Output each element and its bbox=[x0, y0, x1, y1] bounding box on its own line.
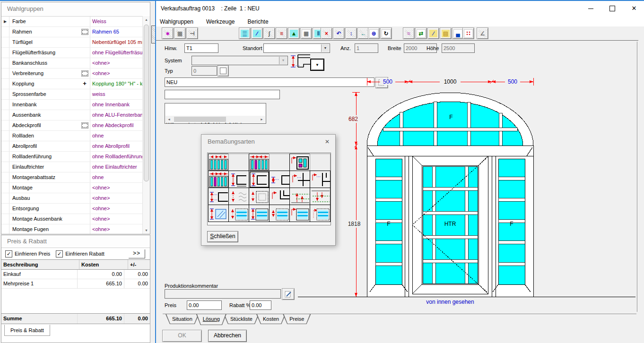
table-row[interactable]: Montage Aussenbank<ohne> bbox=[1, 214, 143, 224]
vertical-scrollbar[interactable]: ▲ ▼ bbox=[142, 16, 150, 234]
freehand-sketch-button[interactable]: ∠ bbox=[477, 27, 488, 39]
tab-stckliste[interactable]: Stückliste bbox=[224, 314, 259, 324]
plus-icon[interactable]: + bbox=[79, 79, 90, 89]
scroll-down-icon[interactable]: ▼ bbox=[143, 227, 150, 234]
tab-situation[interactable]: Situation bbox=[165, 314, 199, 324]
scroll-up-icon[interactable]: ▲ bbox=[143, 16, 150, 23]
table-row[interactable]: Mehrpreise 1665.100.00 bbox=[1, 279, 150, 289]
dimension-type-glz-arr[interactable] bbox=[249, 154, 270, 171]
table-row[interactable]: Aussenbankohne ALU-Fensterban... bbox=[1, 110, 143, 120]
dimension-type-up-green[interactable] bbox=[289, 188, 310, 205]
tab-lsung[interactable]: Lösung bbox=[196, 314, 226, 325]
dimension-type-glz-dash[interactable] bbox=[208, 154, 229, 171]
preis-input[interactable]: 0.00 bbox=[187, 300, 222, 310]
grid-layout-button[interactable]: ▦ bbox=[174, 27, 186, 39]
tab-preis-rabatt[interactable]: Preis & Rabatt bbox=[4, 325, 50, 336]
table-row[interactable]: Entsorgung<ohne> bbox=[1, 204, 143, 214]
table-row[interactable]: RahmenRahmen 65 bbox=[1, 27, 143, 37]
detail-icon[interactable] bbox=[81, 29, 88, 35]
detail-icon[interactable] bbox=[81, 70, 88, 77]
standort-select[interactable]: Haupteingangstür ▼ bbox=[263, 43, 330, 53]
rabatt-input[interactable]: 0.00 bbox=[250, 300, 271, 310]
schliessen-button[interactable]: Schließen bbox=[207, 231, 238, 242]
mass-check-button[interactable]: ∷ bbox=[462, 27, 474, 39]
table-row[interactable]: TürflügelNebentürflügel 105 mm bbox=[1, 37, 143, 48]
drawing-canvas[interactable]: F F HTR F 500 1000 500 bbox=[293, 66, 644, 312]
field-grid-button[interactable]: ▦ bbox=[300, 27, 312, 39]
table-row[interactable]: Rollladenohne bbox=[1, 131, 143, 141]
dimension-type-varr-prof-sel[interactable] bbox=[249, 171, 270, 188]
empty-cell[interactable] bbox=[310, 154, 331, 171]
freeze-discount-checkbox[interactable]: ✓ bbox=[56, 250, 63, 257]
close-button[interactable]: ✕ bbox=[623, 1, 644, 16]
table-row[interactable]: Montagerabattsatzohne bbox=[1, 172, 143, 183]
export-folder-button[interactable]: ▤ bbox=[440, 27, 452, 39]
dimension-type-varr-c[interactable] bbox=[208, 188, 229, 205]
table-row[interactable]: Montage<ohne> bbox=[1, 183, 143, 193]
comment-input[interactable] bbox=[165, 90, 280, 99]
scrollbar-thumb[interactable] bbox=[174, 117, 226, 122]
dimension-type-down-green[interactable] bbox=[310, 188, 331, 205]
table-row[interactable]: Innenbankohne Innenbank bbox=[1, 100, 143, 110]
table-row[interactable]: Einlauftrichterohne Einlauftrichter bbox=[1, 162, 143, 172]
table-row[interactable]: ▶FarbeWeiss bbox=[1, 17, 143, 27]
insert-object-button[interactable]: ▲ bbox=[288, 27, 300, 39]
table-row[interactable]: Montage Fugen<ohne> bbox=[1, 224, 143, 234]
table-row[interactable]: Einkauf0.000.00 bbox=[1, 270, 150, 279]
scroll-left-icon[interactable]: ◄ bbox=[165, 116, 173, 123]
zoom-button[interactable]: ⊕ bbox=[368, 27, 380, 39]
splitter[interactable] bbox=[151, 1, 155, 343]
table-row[interactable]: Verbreiterung<ohne> bbox=[1, 69, 143, 79]
draw-element-button[interactable]: ∕ bbox=[251, 27, 263, 39]
dimension-type-dot-stripe[interactable] bbox=[228, 205, 249, 222]
empty-cell[interactable] bbox=[269, 154, 290, 171]
hinw-input[interactable]: T1 bbox=[184, 43, 218, 53]
dimension-type-varr-prof[interactable] bbox=[228, 171, 249, 188]
edit-comment-button[interactable] bbox=[282, 288, 295, 300]
dimension-type-dash-wave[interactable] bbox=[228, 188, 249, 205]
profile-button[interactable]: ∫ bbox=[263, 27, 275, 39]
horizontal-scrollbar[interactable]: ◄ ► bbox=[165, 116, 265, 123]
empty-cell[interactable] bbox=[228, 154, 249, 171]
dialog-close-button[interactable]: ✕ bbox=[319, 135, 335, 149]
minimize-button[interactable] bbox=[580, 1, 601, 16]
table-row[interactable]: Rollladenführungohne Rollladenführung bbox=[1, 152, 143, 162]
freeze-price-checkbox[interactable]: ✓ bbox=[5, 250, 12, 257]
dimension-button[interactable]: ↕ bbox=[345, 27, 357, 39]
dimension-type-varr-sm[interactable] bbox=[269, 171, 290, 188]
maximize-button[interactable] bbox=[601, 1, 623, 16]
tab-kosten[interactable]: Kosten bbox=[256, 314, 286, 324]
table-row[interactable]: Flügellüfterfräsungohne Flügellüfterfräs… bbox=[1, 48, 143, 58]
menu-wahlgruppen[interactable]: Wahlgruppen bbox=[160, 17, 193, 26]
element-list-button[interactable]: ≡ bbox=[276, 27, 287, 39]
dimension-type-hook-t[interactable] bbox=[289, 171, 310, 188]
dimension-type-dot-prof[interactable] bbox=[249, 188, 270, 205]
table-row[interactable]: Abrollprofilohne Abrollprofil bbox=[1, 141, 143, 152]
tab-preise[interactable]: Preise bbox=[283, 314, 311, 324]
glass-listbox[interactable]: Wärmeschutz 4-12-4 Ug 1,1 Klebesprosse 3… bbox=[165, 103, 266, 124]
deactivated-wave-button[interactable]: ≈ bbox=[403, 27, 415, 39]
dimension-type-dot-stripe2[interactable] bbox=[269, 205, 290, 222]
table-row[interactable]: Ausbau<ohne> bbox=[1, 193, 143, 204]
expand-button[interactable]: >> bbox=[129, 249, 145, 258]
glazing-button[interactable]: ▒ bbox=[239, 27, 251, 39]
undo-button[interactable]: ↶ bbox=[333, 27, 345, 39]
table-row[interactable]: Bankanschluss<ohne> bbox=[1, 58, 143, 69]
dimension-type-glz-arr2[interactable] bbox=[208, 171, 229, 188]
delete-button[interactable]: × bbox=[321, 27, 332, 39]
chevron-down-icon[interactable]: ▼ bbox=[321, 44, 329, 52]
dimension-type-hook-stripe[interactable] bbox=[289, 205, 310, 222]
titlebar[interactable]: Verkaufsauftrag 0013 : Zeile 1 : NEU ✕ bbox=[156, 1, 644, 17]
scrollbar-thumb[interactable] bbox=[144, 25, 149, 181]
scroll-right-icon[interactable]: ► bbox=[258, 116, 265, 123]
assign-options-button[interactable]: ∗ bbox=[162, 27, 174, 39]
table-row[interactable]: Abdeckprofilohne Abdeckprofil bbox=[1, 120, 143, 131]
rotate-view-button[interactable]: ↻ bbox=[380, 27, 392, 39]
cancel-button[interactable]: Abbrechen bbox=[208, 330, 247, 342]
dimension-type-dothook-stripe[interactable] bbox=[310, 205, 331, 222]
ok-button[interactable]: OK bbox=[162, 330, 202, 342]
dimension-type-win-hook[interactable] bbox=[289, 154, 310, 171]
table-row[interactable]: Sprossenfarbeweiss bbox=[1, 89, 143, 100]
menu-werkzeuge[interactable]: Werkzeuge bbox=[206, 17, 235, 26]
detail-icon[interactable] bbox=[81, 122, 88, 129]
